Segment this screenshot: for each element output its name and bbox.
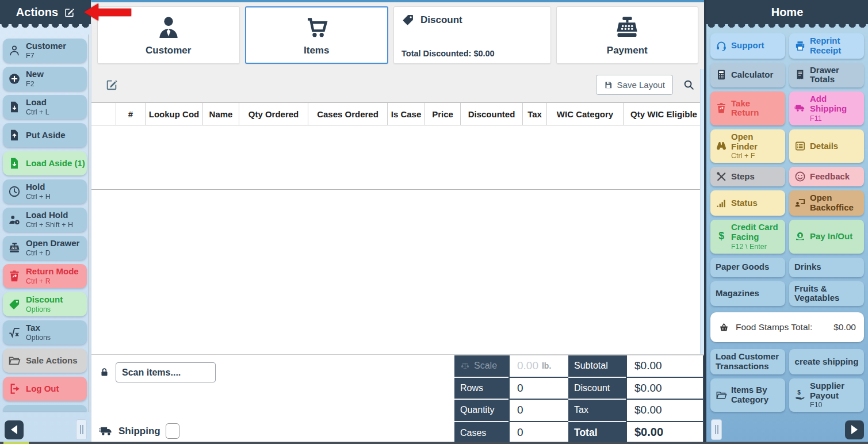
- home-button-support[interactable]: Support: [710, 33, 785, 59]
- expand-right-panel-button[interactable]: [845, 420, 864, 439]
- column-header-qty-wic-eligible[interactable]: Qty WIC Eligible: [624, 103, 704, 125]
- column-header-discounted[interactable]: Discounted: [461, 103, 523, 125]
- edit-actions-icon[interactable]: [64, 7, 75, 18]
- home-button-drinks[interactable]: Drinks: [789, 258, 864, 277]
- customer-icon: [155, 14, 182, 41]
- left-panel-drag-handle[interactable]: [76, 419, 87, 440]
- right-panel-drag-handle[interactable]: [711, 419, 722, 440]
- action-button-log-out[interactable]: Log Out: [3, 377, 87, 401]
- folder-icon: [8, 354, 21, 367]
- button-shortcut: Ctrl + F: [731, 152, 780, 160]
- search-icon[interactable]: [683, 79, 695, 91]
- lock-icon: [99, 367, 110, 378]
- summary-row-subtotal: Subtotal $0.00: [568, 355, 704, 378]
- column-header-name[interactable]: Name: [203, 103, 239, 125]
- edit-grid-icon[interactable]: [105, 78, 118, 91]
- checkout-tabs: Customer Items Discount Total Discounted…: [91, 2, 704, 67]
- tab-payment[interactable]: Payment: [556, 6, 699, 64]
- column-header-price[interactable]: Price: [425, 103, 461, 125]
- action-button-new[interactable]: New F2: [3, 67, 87, 91]
- summary-value: 0: [517, 404, 523, 416]
- actions-title: Actions: [16, 6, 58, 19]
- summary-value: 0: [517, 382, 523, 395]
- column-header-cases-ordered[interactable]: Cases Ordered: [308, 103, 388, 125]
- home-buttons-grid: Support Reprint Receipt Calculator Drawe…: [706, 33, 868, 306]
- annotation-arrow: [84, 3, 131, 21]
- button-label: Status: [731, 198, 758, 208]
- home-button-feedback[interactable]: Feedback: [789, 167, 864, 186]
- main-scrollbar[interactable]: [700, 69, 704, 354]
- home-button-open-backoffice[interactable]: Open Backoffice: [789, 190, 864, 216]
- button-label: Load Aside (1): [26, 159, 82, 168]
- action-button-load[interactable]: Load Ctrl + L: [3, 95, 87, 119]
- action-button-load-aside-1[interactable]: Load Aside (1): [3, 151, 87, 175]
- action-button-customer[interactable]: Customer F7: [3, 39, 87, 63]
- home-button-add-shipping[interactable]: Add Shipping F11: [789, 91, 864, 125]
- scan-row: [99, 362, 216, 382]
- home-button-status[interactable]: Status: [710, 190, 785, 216]
- home-button-load-customer-transactions[interactable]: Load Customer Transactions: [710, 349, 785, 374]
- action-button-hold[interactable]: Hold Ctrl + H: [3, 179, 87, 204]
- action-button-put-aside[interactable]: Put Aside: [3, 123, 87, 147]
- action-button-partial[interactable]: [3, 405, 87, 411]
- receipt-icon: [794, 69, 806, 81]
- home-title: Home: [771, 6, 804, 19]
- column-header-label: Lookup Cod: [149, 109, 199, 119]
- home-button-create-shipping[interactable]: create shipping: [789, 349, 864, 374]
- tab-items[interactable]: Items: [245, 6, 389, 64]
- action-button-return-mode[interactable]: Return Mode Ctrl + R: [3, 264, 87, 288]
- column-header-wic-category[interactable]: WIC Category: [547, 103, 624, 125]
- column-header-blank[interactable]: [91, 103, 116, 125]
- home-button-paper-goods[interactable]: Paper Goods: [710, 258, 785, 277]
- summary-value: 0.00: [517, 359, 538, 372]
- home-button-fruits-vegatables[interactable]: Fruits & Vegatables: [789, 281, 864, 307]
- home-button-open-finder[interactable]: Open Finder Ctrl + F: [710, 129, 785, 163]
- user-icon: [8, 44, 21, 57]
- home-button-drawer-totals[interactable]: Drawer Totals: [789, 63, 864, 88]
- items-table-body-empty[interactable]: [91, 125, 704, 190]
- action-button-discount[interactable]: Discount Options: [3, 292, 87, 316]
- clock-icon: [8, 185, 21, 198]
- column-header-label: Cases Ordered: [317, 109, 378, 119]
- food-stamps-total-card: Food Stamps Total: $0.00: [710, 312, 864, 342]
- home-button-items-by-category[interactable]: Items By Category: [710, 378, 785, 412]
- summary-label: Rows: [460, 383, 483, 393]
- column-header-is-case[interactable]: Is Case: [388, 103, 425, 125]
- food-stamps-value: $0.00: [833, 322, 856, 332]
- taskbar-accent: [3, 442, 29, 444]
- column-header-label: Price: [432, 109, 453, 119]
- action-button-open-drawer[interactable]: Open Drawer Ctrl + D: [3, 236, 87, 260]
- column-header-blank[interactable]: #: [116, 103, 146, 125]
- collapse-left-panel-button[interactable]: [5, 420, 24, 439]
- home-button-magazines[interactable]: Magazines: [710, 281, 785, 307]
- home-button-reprint-receipt[interactable]: Reprint Receipt: [789, 33, 864, 59]
- shipping-label: Shipping: [118, 426, 160, 437]
- tab-discount[interactable]: Discount Total Discounted: $0.00: [393, 6, 551, 64]
- action-button-sale-actions[interactable]: Sale Actions: [3, 349, 87, 373]
- summary-label: Subtotal: [574, 361, 608, 371]
- home-button-details[interactable]: Details: [789, 129, 864, 163]
- main-content: Customer Items Discount Total Discounted…: [91, 0, 704, 444]
- button-shortcut: Ctrl + R: [26, 277, 79, 285]
- button-label: Tax: [26, 323, 51, 332]
- column-header-qty-ordered[interactable]: Qty Ordered: [239, 103, 308, 125]
- action-button-tax[interactable]: Tax Options: [3, 320, 87, 345]
- home-button-calculator[interactable]: Calculator: [710, 63, 785, 88]
- scan-items-input[interactable]: [116, 362, 216, 382]
- tag-icon: [8, 298, 21, 311]
- action-button-load-hold[interactable]: Load Hold Ctrl + Shift + H: [3, 208, 87, 232]
- button-shortcut: Ctrl + L: [26, 108, 49, 116]
- column-header-lookup-cod[interactable]: Lookup Cod: [146, 103, 203, 125]
- button-shortcut: Options: [26, 305, 63, 313]
- dollar-icon: $: [716, 231, 727, 242]
- button-shortcut: F2: [26, 80, 44, 88]
- home-button-credit-card-facing[interactable]: $ Credit Card Facing F12 \ Enter: [710, 220, 785, 254]
- home-button-supplier-payout[interactable]: $ Supplier Payout F10: [789, 378, 864, 412]
- save-layout-button[interactable]: Save Layout: [596, 75, 673, 95]
- home-button-pay-in-out[interactable]: $ Pay In/Out: [789, 220, 864, 254]
- column-header-tax[interactable]: Tax: [523, 103, 547, 125]
- button-shortcut: Options: [26, 334, 51, 342]
- home-button-take-return[interactable]: Take Return: [710, 91, 785, 125]
- home-button-steps[interactable]: Steps: [710, 167, 785, 186]
- shipping-checkbox[interactable]: [166, 423, 179, 439]
